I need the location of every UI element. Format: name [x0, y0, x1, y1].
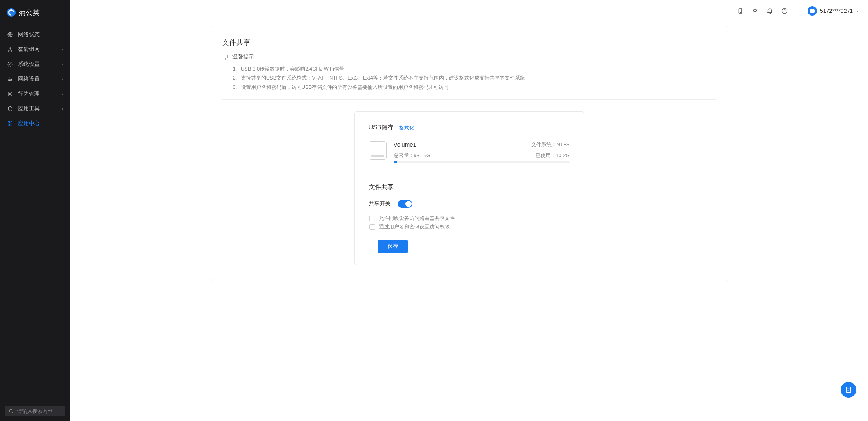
sidebar-item-label: 应用中心 [18, 120, 40, 127]
svg-rect-12 [8, 124, 10, 126]
tip-header: 温馨提示 [222, 53, 716, 60]
tip-list: 1、USB 3.0传输数据时，会影响2.4GHz WiFi信号 2、支持共享的U… [222, 64, 716, 92]
sidebar: 蒲公英 网络状态 智能组网 › 系统设置 › 网络设置 [0, 0, 70, 297]
sidebar-item-label: 网络状态 [18, 31, 40, 38]
svg-rect-11 [11, 122, 12, 123]
chevron-right-icon: › [62, 106, 63, 111]
sidebar-item-network-settings[interactable]: 网络设置 › [0, 72, 70, 87]
page-card: 文件共享 温馨提示 1、USB 3.0传输数据时，会影响2.4GHz WiFi信… [210, 26, 728, 281]
bell-icon[interactable] [766, 7, 774, 15]
topbar-divider [798, 7, 798, 15]
share-switch-row: 共享开关 [369, 200, 570, 208]
gear-icon [7, 61, 13, 67]
svg-point-4 [9, 64, 11, 65]
total-info: 总容量：931.5G [394, 152, 431, 159]
card-divider [369, 172, 570, 172]
svg-point-5 [9, 78, 9, 78]
option-label: 通过用户名和密码设置访问权限 [379, 223, 450, 230]
switch-label: 共享开关 [369, 200, 391, 207]
tip-line: 2、支持共享的USB文件系统格式：VFAT、NTFS、Ext3、Ext4等；若文… [233, 73, 716, 82]
svg-rect-10 [8, 122, 10, 123]
sliders-icon [7, 76, 13, 82]
help-icon[interactable] [781, 7, 788, 15]
mobile-icon[interactable] [736, 7, 744, 15]
used-value: 10.2G [556, 152, 569, 158]
usb-storage-title: USB储存 [369, 124, 394, 132]
globe-icon [7, 32, 13, 38]
fs-value: NTFS [557, 142, 570, 147]
svg-point-8 [8, 92, 12, 96]
user-avatar-icon [808, 6, 817, 16]
divider [222, 99, 716, 100]
sidebar-item-smart-network[interactable]: 智能组网 › [0, 42, 70, 57]
tip-line: 1、USB 3.0传输数据时，会影响2.4GHz WiFi信号 [233, 64, 716, 73]
topbar: 5172****9271 ▾ [70, 0, 868, 22]
sidebar-item-label: 网络设置 [18, 76, 40, 83]
sidebar-item-system-settings[interactable]: 系统设置 › [0, 57, 70, 72]
sidebar-item-label: 应用工具 [18, 105, 40, 112]
svg-rect-18 [223, 55, 228, 58]
apps-icon [7, 120, 13, 127]
hexagon-icon [7, 106, 13, 112]
sidebar-item-behavior[interactable]: 行为管理 › [0, 87, 70, 101]
svg-point-7 [9, 80, 10, 81]
fs-info: 文件系统：NTFS [531, 141, 570, 148]
sidebar-item-app-center[interactable]: 应用中心 [0, 116, 70, 131]
save-button[interactable]: 保存 [378, 240, 408, 253]
user-menu[interactable]: 5172****9271 ▾ [808, 6, 859, 16]
option-label: 允许同级设备访问路由器共享文件 [379, 215, 455, 222]
brand: 蒲公英 [0, 0, 70, 27]
volume-name: Volume1 [394, 141, 416, 148]
sidebar-item-label: 系统设置 [18, 61, 40, 68]
sidebar-item-network-status[interactable]: 网络状态 [0, 27, 70, 42]
svg-point-16 [740, 12, 740, 13]
svg-point-1 [10, 48, 11, 49]
format-link[interactable]: 格式化 [399, 124, 414, 131]
option-credentials[interactable]: 通过用户名和密码设置访问权限 [369, 223, 570, 230]
chevron-right-icon: › [62, 47, 63, 52]
brand-name: 蒲公英 [19, 8, 40, 17]
user-label: 5172****9271 [820, 8, 853, 14]
storage-card: USB储存 格式化 Volume1 文件系统：NTFS [354, 111, 584, 265]
total-value: 931.5G [414, 152, 431, 158]
svg-point-6 [11, 79, 12, 80]
cloud-icon[interactable] [751, 7, 759, 15]
usage-progress-fill [394, 161, 397, 163]
eye-icon [7, 91, 13, 97]
chevron-right-icon: › [62, 62, 63, 67]
volume-row: Volume1 文件系统：NTFS 总容量：931.5G 已使用：10.2G [369, 141, 570, 163]
used-info: 已使用：10.2G [536, 152, 569, 159]
option-peer-access[interactable]: 允许同级设备访问路由器共享文件 [369, 215, 570, 222]
chevron-down-icon: ▾ [857, 9, 859, 13]
sidebar-item-label: 智能组网 [18, 46, 40, 53]
tip-line: 3、设置用户名和密码后，访问USB存储文件的所有设备需要输入所设置的用户名和密码… [233, 83, 716, 92]
file-share-title: 文件共享 [369, 183, 570, 191]
nodes-icon [7, 46, 13, 53]
sidebar-item-label: 行为管理 [18, 90, 40, 97]
chevron-right-icon: › [62, 91, 63, 97]
svg-point-9 [9, 93, 11, 95]
tip-title: 温馨提示 [232, 53, 254, 60]
sidebar-item-app-tools[interactable]: 应用工具 › [0, 101, 70, 116]
used-label: 已使用： [536, 152, 556, 158]
checkbox[interactable] [369, 224, 375, 230]
tip-icon [222, 54, 228, 60]
svg-rect-13 [11, 124, 12, 126]
checkbox[interactable] [369, 216, 375, 221]
sidebar-nav: 网络状态 智能组网 › 系统设置 › 网络设置 › [0, 27, 70, 297]
page-title: 文件共享 [222, 38, 716, 47]
main: 文件共享 温馨提示 1、USB 3.0传输数据时，会影响2.4GHz WiFi信… [70, 0, 868, 297]
chevron-right-icon: › [62, 76, 63, 82]
total-label: 总容量： [394, 152, 414, 158]
fs-label: 文件系统： [531, 142, 557, 147]
share-toggle[interactable] [398, 200, 412, 208]
usage-progress [394, 161, 570, 163]
brand-logo-icon [7, 8, 16, 17]
disk-icon [369, 141, 387, 160]
